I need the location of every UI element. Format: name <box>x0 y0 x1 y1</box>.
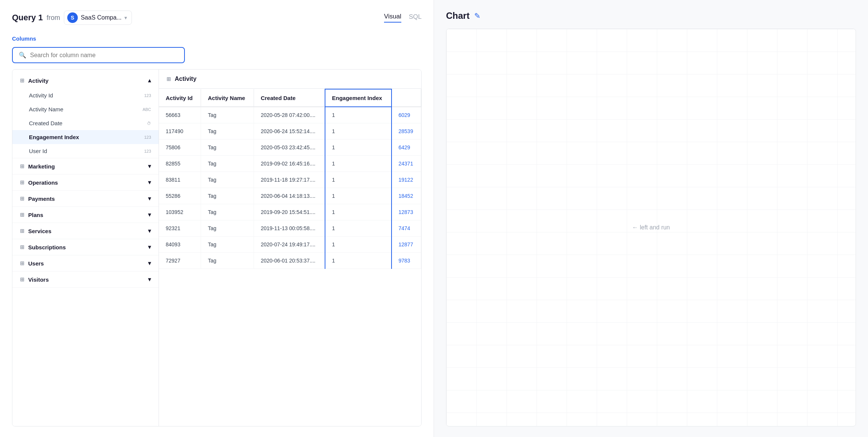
tree-group-operations: ⊞ Operations ▾ <box>12 174 159 191</box>
datasource-icon: S <box>67 12 78 23</box>
cell-activity-name: Tag <box>201 237 254 253</box>
tree-group-activity-label: Activity <box>28 77 48 84</box>
tree-group-payments-label: Payments <box>28 196 55 202</box>
cell-activity-id: 56663 <box>159 107 201 123</box>
tree-group-operations-header[interactable]: ⊞ Operations ▾ <box>12 174 159 190</box>
table-row: 82855 Tag 2019-09-02 16:45:16.... 1 2437… <box>159 156 421 172</box>
cell-created-date: 2020-07-24 19:49:17.... <box>254 237 325 253</box>
tree-item-engagement-index[interactable]: Engagement Index 123 <box>12 130 159 144</box>
chart-placeholder: ← left and run <box>632 224 670 231</box>
main-container: Query 1 from S SaaS Compa... ▾ Visual SQ… <box>0 0 868 437</box>
columns-section: Columns 🔍 ⊞ Activity ▴ <box>12 35 422 426</box>
cell-extra: 28539 <box>392 123 421 140</box>
table-row: 117490 Tag 2020-06-24 15:52:14.... 1 285… <box>159 123 421 140</box>
table-header-row: Activity Id Activity Name Created Date E… <box>159 89 421 107</box>
tree-group-operations-label: Operations <box>28 179 58 186</box>
chevron-down-icon: ▾ <box>124 15 127 21</box>
cell-engagement-index: 1 <box>325 188 392 204</box>
table-icon-operations: ⊞ <box>20 179 24 185</box>
cell-created-date: 2019-11-13 00:05:58.... <box>254 220 325 237</box>
tree-item-user-id[interactable]: User Id 123 <box>12 144 159 158</box>
th-extra <box>392 89 421 107</box>
tree-item-activity-name[interactable]: Activity Name ABC <box>12 102 159 116</box>
cell-activity-name: Tag <box>201 220 254 237</box>
datasource-selector[interactable]: S SaaS Compa... ▾ <box>64 11 132 25</box>
table-wrapper: A number 0-4 the quantifies the level of… <box>159 89 421 269</box>
cell-engagement-index: 1 <box>325 123 392 140</box>
content-area: ⊞ Activity ▴ Activity Id 123 Activity Na… <box>12 69 422 426</box>
cell-activity-id: 75806 <box>159 140 201 156</box>
cell-engagement-index: 1 <box>325 156 392 172</box>
tree-item-activity-id[interactable]: Activity Id 123 <box>12 88 159 102</box>
chevron-down-icon-services: ▾ <box>148 228 151 234</box>
cell-extra: 9783 <box>392 253 421 269</box>
tree-group-activity: ⊞ Activity ▴ Activity Id 123 Activity Na… <box>12 73 159 158</box>
cell-extra: 6029 <box>392 107 421 123</box>
table-row: 84093 Tag 2020-07-24 19:49:17.... 1 1287… <box>159 237 421 253</box>
tree-group-plans-header[interactable]: ⊞ Plans ▾ <box>12 207 159 223</box>
tree-group-services: ⊞ Services ▾ <box>12 223 159 239</box>
tree-group-subscriptions-label: Subscriptions <box>28 244 66 250</box>
chevron-down-icon-visitors: ▾ <box>148 276 151 283</box>
tree-group-payments: ⊞ Payments ▾ <box>12 191 159 207</box>
column-tree: ⊞ Activity ▴ Activity Id 123 Activity Na… <box>12 70 159 426</box>
pencil-icon[interactable]: ✎ <box>474 11 481 20</box>
table-row: 55286 Tag 2020-06-04 14:18:13.... 1 1845… <box>159 188 421 204</box>
cell-engagement-index: 1 <box>325 140 392 156</box>
tree-group-visitors: ⊞ Visitors ▾ <box>12 272 159 288</box>
tree-group-visitors-label: Visitors <box>28 276 49 283</box>
cell-extra: 7474 <box>392 220 421 237</box>
cell-engagement-index: 1 <box>325 237 392 253</box>
tree-group-services-label: Services <box>28 228 51 234</box>
table-section-header: ⊞ Activity <box>159 70 421 89</box>
tree-group-subscriptions: ⊞ Subscriptions ▾ <box>12 239 159 255</box>
chart-title: Chart <box>446 11 470 21</box>
chevron-down-icon-payments: ▾ <box>148 195 151 202</box>
cell-activity-id: 55286 <box>159 188 201 204</box>
th-created-date: Created Date <box>254 89 325 107</box>
query-panel: Query 1 from S SaaS Compa... ▾ Visual SQ… <box>0 0 434 437</box>
cell-extra: 12873 <box>392 204 421 220</box>
tree-group-users-label: Users <box>28 260 44 267</box>
tree-group-marketing-label: Marketing <box>28 163 55 170</box>
cell-activity-id: 117490 <box>159 123 201 140</box>
table-row: 72927 Tag 2020-06-01 20:53:37.... 1 9783 <box>159 253 421 269</box>
data-table: Activity Id Activity Name Created Date E… <box>159 89 421 269</box>
cell-extra: 18452 <box>392 188 421 204</box>
th-activity-name: Activity Name <box>201 89 254 107</box>
query-from-label: from <box>47 14 60 22</box>
search-icon: 🔍 <box>19 52 26 59</box>
cell-activity-id: 72927 <box>159 253 201 269</box>
cell-created-date: 2020-05-28 07:42:00.... <box>254 107 325 123</box>
search-box[interactable]: 🔍 <box>12 47 185 63</box>
tree-group-services-header[interactable]: ⊞ Services ▾ <box>12 223 159 239</box>
cell-activity-name: Tag <box>201 172 254 188</box>
tree-group-subscriptions-header[interactable]: ⊞ Subscriptions ▾ <box>12 239 159 255</box>
cell-created-date: 2020-06-24 15:52:14.... <box>254 123 325 140</box>
tree-group-users-header[interactable]: ⊞ Users ▾ <box>12 255 159 271</box>
cell-activity-name: Tag <box>201 253 254 269</box>
tree-group-marketing-header[interactable]: ⊞ Marketing ▾ <box>12 158 159 174</box>
cell-engagement-index: 1 <box>325 204 392 220</box>
cell-created-date: 2020-06-01 20:53:37.... <box>254 253 325 269</box>
table-icon-users: ⊞ <box>20 260 24 266</box>
cell-engagement-index: 1 <box>325 172 392 188</box>
table-row: 75806 Tag 2020-05-03 23:42:45.... 1 6429 <box>159 140 421 156</box>
tree-group-visitors-header[interactable]: ⊞ Visitors ▾ <box>12 272 159 287</box>
datasource-name: SaaS Compa... <box>81 14 122 21</box>
query-title-group: Query 1 from S SaaS Compa... ▾ <box>12 11 132 25</box>
tree-item-created-date[interactable]: Created Date ⏱ <box>12 116 159 130</box>
tree-group-payments-header[interactable]: ⊞ Payments ▾ <box>12 191 159 206</box>
chevron-down-icon-marketing: ▾ <box>148 163 151 170</box>
visual-view-button[interactable]: Visual <box>384 13 401 23</box>
tree-group-activity-header[interactable]: ⊞ Activity ▴ <box>12 73 159 88</box>
sql-view-button[interactable]: SQL <box>409 13 422 22</box>
search-input[interactable] <box>30 52 178 59</box>
cell-activity-id: 103952 <box>159 204 201 220</box>
view-toggle: Visual SQL <box>384 13 422 23</box>
cell-created-date: 2019-09-20 15:54:51.... <box>254 204 325 220</box>
cell-activity-name: Tag <box>201 204 254 220</box>
table-icon-plans: ⊞ <box>20 212 24 218</box>
chevron-down-icon-plans: ▾ <box>148 211 151 218</box>
query-header: Query 1 from S SaaS Compa... ▾ Visual SQ… <box>12 11 422 25</box>
